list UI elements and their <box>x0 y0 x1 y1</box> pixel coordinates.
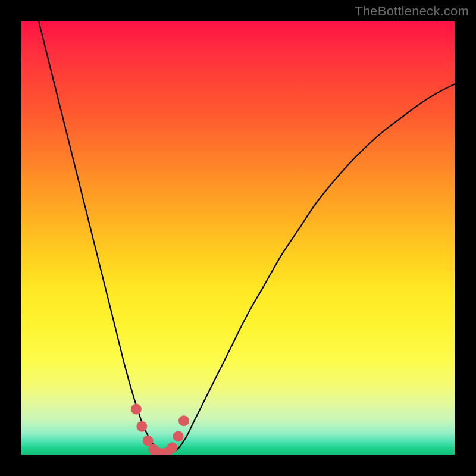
highlight-marker <box>131 404 142 415</box>
plot-area <box>21 21 455 455</box>
highlight-marker <box>173 431 184 441</box>
highlight-marker <box>178 415 189 426</box>
highlight-markers <box>131 404 189 455</box>
bottleneck-curve <box>39 21 455 454</box>
chart-frame: TheBottleneck.com <box>0 0 476 476</box>
bottleneck-curve-path <box>39 21 455 454</box>
watermark-text: TheBottleneck.com <box>355 4 469 19</box>
highlight-marker <box>136 421 147 432</box>
curve-layer <box>21 21 455 455</box>
highlight-marker <box>167 442 177 453</box>
